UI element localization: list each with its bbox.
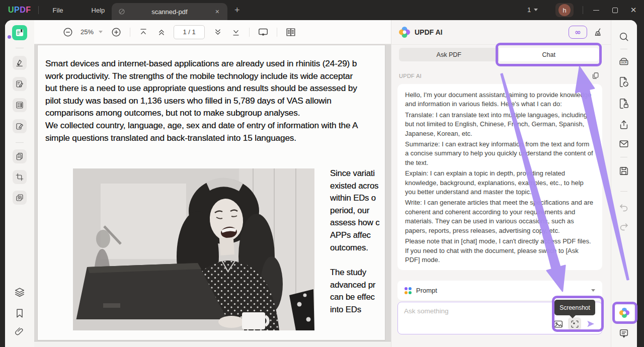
panel-divider	[391, 44, 611, 45]
presentation-icon[interactable]	[258, 27, 269, 38]
updf-ai-sidebar-button[interactable]	[615, 305, 634, 321]
toolbar-divider2	[249, 28, 250, 37]
horizontal-scrollbar[interactable]	[34, 341, 391, 347]
ocr-icon[interactable]: OCR	[618, 56, 629, 67]
clear-chat-icon[interactable]	[593, 27, 604, 38]
avatar: h	[558, 4, 571, 16]
insert-image-icon[interactable]	[553, 319, 564, 329]
ai-panel-title: UPDF AI	[415, 28, 569, 36]
message-paragraph: Summarize: I can extract key information…	[405, 140, 595, 167]
share-icon[interactable]	[618, 119, 629, 130]
bookmark-icon[interactable]	[14, 308, 25, 319]
minimize-button[interactable]	[588, 0, 605, 20]
document-tab[interactable]: scanned-pdf ×	[112, 3, 227, 20]
zoom-level[interactable]: 25%	[80, 28, 94, 36]
save-icon[interactable]	[618, 165, 629, 177]
undo-icon[interactable]	[618, 202, 629, 213]
next-page-icon[interactable]	[213, 27, 223, 37]
message-sender-label: UPDF AI	[399, 73, 422, 79]
previous-page-icon[interactable]	[156, 27, 167, 37]
prompt-label: Prompt	[416, 287, 591, 294]
maximize-button[interactable]	[606, 0, 623, 20]
highlighter-icon	[15, 58, 24, 67]
copy-icon[interactable]	[591, 71, 600, 80]
sidebar-item-pages[interactable]	[13, 149, 27, 163]
copy-pages-icon	[15, 152, 24, 161]
sidebar-item-organize[interactable]	[13, 98, 27, 112]
document-text-line: Since variati	[330, 167, 385, 180]
message-paragraph: Write: I can generate articles that meet…	[405, 198, 595, 235]
document-text-line: outcomes.	[330, 242, 385, 254]
scanned-doc-icon	[118, 8, 126, 16]
new-tab-button[interactable]: +	[234, 5, 240, 16]
tooltip-text: Screenshot	[559, 304, 590, 311]
sidebar-item-comment[interactable]	[13, 77, 27, 91]
tab-close-icon[interactable]: ×	[213, 8, 221, 16]
sidebar-item-highlighter[interactable]	[13, 56, 27, 70]
left-edge-indicator-dot	[8, 35, 11, 39]
document-text-line: work productivity. The strengths of the …	[45, 70, 385, 82]
tab-title: scanned-pdf	[126, 8, 213, 16]
sidebar-item-watermark[interactable]	[13, 191, 27, 205]
document-text-line: existed acros	[330, 180, 385, 193]
zoom-in-icon[interactable]	[111, 27, 122, 38]
tab-chat[interactable]: Chat	[499, 48, 599, 61]
document-text-line: Smart devices and internet-based applica…	[45, 57, 385, 70]
sidebar-item-edit[interactable]	[13, 119, 27, 133]
zoom-dropdown-icon[interactable]	[99, 31, 103, 33]
zoom-out-icon[interactable]	[62, 27, 73, 38]
document-text-line: pilot study was based on 1,136 users who…	[45, 95, 385, 107]
edit-pencil-icon	[15, 122, 24, 131]
redo-icon[interactable]	[618, 221, 629, 232]
message-paragraph: Explain: I can explain a topic in depth,…	[405, 169, 595, 197]
watermark-icon	[15, 193, 24, 202]
sidebar-item-crop[interactable]	[13, 170, 27, 184]
document-text-line: comparisons among outcomes, but not to m…	[45, 107, 385, 119]
screenshot-button[interactable]	[568, 317, 581, 330]
scanned-photo	[73, 168, 314, 330]
mail-icon[interactable]	[618, 138, 629, 149]
send-icon[interactable]	[586, 319, 596, 329]
feedback-icon[interactable]	[618, 328, 629, 339]
prompt-caret-icon	[591, 289, 595, 292]
message-paragraph: Please note that in [chat] mode, I can't…	[405, 237, 595, 265]
close-button[interactable]: ✕	[625, 0, 642, 20]
screenshot-tooltip: Screenshot	[554, 300, 595, 315]
menu-file[interactable]: File	[39, 7, 77, 14]
message-paragraph: Hello, I'm your document assistant, aimi…	[405, 91, 595, 109]
document-text-line: advanced pr	[330, 279, 385, 292]
reading-mode-icon[interactable]	[285, 27, 296, 38]
pdf-viewport[interactable]: Smart devices and internet-based applica…	[34, 44, 391, 347]
prompt-icon	[405, 287, 412, 294]
prompt-selector[interactable]: Prompt	[397, 281, 602, 300]
crop-icon	[15, 172, 24, 182]
unlimited-mode-button[interactable]: ∞	[569, 26, 587, 39]
search-icon[interactable]	[618, 31, 629, 42]
document-text-line: period, our	[330, 205, 385, 217]
convert-icon[interactable]	[618, 76, 629, 88]
page-number-box[interactable]: 1 / 1	[174, 25, 205, 39]
sidebar-divider	[16, 48, 24, 48]
attachment-icon[interactable]	[14, 326, 25, 337]
comment-pen-icon	[15, 79, 24, 89]
layers-icon[interactable]	[14, 287, 25, 298]
account-button[interactable]: h	[555, 3, 574, 17]
document-text-line: into EDs	[330, 304, 385, 316]
document-side-column: Since variatiexisted acroswithin EDs ope…	[330, 167, 385, 316]
last-page-icon[interactable]	[231, 27, 241, 37]
updf-logo: UPDF	[8, 6, 31, 15]
sidebar-divider2	[16, 142, 24, 143]
toolbar-divider	[130, 28, 130, 37]
document-paragraph: Smart devices and internet-based applica…	[45, 57, 385, 144]
sidebar-divider2	[620, 157, 627, 157]
document-text-line: within EDs o	[330, 192, 385, 205]
document-text-line: The study	[330, 267, 385, 279]
updf-ai-logo-icon	[398, 26, 411, 38]
titlebar-divider2	[583, 6, 583, 14]
first-page-icon[interactable]	[138, 27, 148, 37]
infinity-icon: ∞	[575, 28, 581, 37]
tab-ask-pdf[interactable]: Ask PDF	[399, 48, 499, 61]
window-page-indicator[interactable]: 1	[527, 6, 538, 14]
protect-icon[interactable]	[618, 98, 629, 109]
sidebar-item-reader[interactable]	[12, 25, 27, 40]
